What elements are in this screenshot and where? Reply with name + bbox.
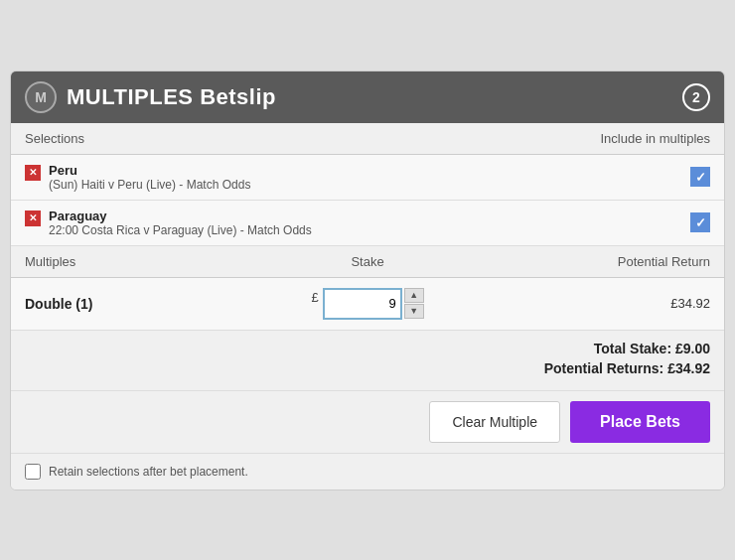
betslip-header: M MULTIPLES Betslip 2: [11, 71, 724, 123]
remove-paraguay-button[interactable]: [25, 210, 41, 226]
betslip-container: M MULTIPLES Betslip 2 Selections Include…: [10, 70, 725, 490]
multiples-col3: Potential Return: [482, 254, 710, 269]
multiples-col1: Multiples: [25, 254, 253, 269]
totals-area: Total Stake: £9.00 Potential Returns: £3…: [11, 331, 724, 391]
stake-input[interactable]: [323, 288, 402, 320]
stake-prefix: £: [311, 288, 320, 305]
potential-return-double: £34.92: [482, 296, 710, 311]
stake-area: £ ▲ ▼: [253, 288, 482, 320]
include-paraguay-checkbox[interactable]: [690, 212, 710, 232]
total-stake-label: Total Stake:: [594, 341, 671, 356]
potential-returns-label: Potential Returns:: [544, 360, 664, 376]
selection-match-peru: (Sun) Haiti v Peru (Live) - Match Odds: [49, 178, 250, 192]
stake-up-button[interactable]: ▲: [404, 288, 424, 303]
multiples-col2: Stake: [253, 254, 482, 269]
retain-checkbox[interactable]: [25, 464, 41, 480]
selection-team-paraguay: Paraguay: [49, 209, 312, 223]
clear-multiple-button[interactable]: Clear Multiple: [429, 401, 560, 443]
selection-team-peru: Peru: [49, 163, 250, 178]
header-badge: 2: [682, 83, 710, 111]
place-bets-button[interactable]: Place Bets: [570, 401, 710, 443]
selections-col-right: Include in multiples: [600, 131, 710, 146]
buttons-area: Clear Multiple Place Bets: [11, 391, 724, 454]
header-title: MULTIPLES Betslip: [67, 84, 276, 110]
include-peru-checkbox[interactable]: [690, 167, 710, 187]
m-icon: M: [25, 81, 57, 113]
stake-spinners: ▲ ▼: [404, 288, 424, 319]
selections-header: Selections Include in multiples: [11, 123, 724, 155]
total-stake-value: £9.00: [675, 341, 710, 356]
selection-left-peru: Peru (Sun) Haiti v Peru (Live) - Match O…: [25, 163, 250, 192]
potential-returns-row: Potential Returns: £34.92: [25, 360, 710, 376]
selection-row-peru: Peru (Sun) Haiti v Peru (Live) - Match O…: [11, 155, 724, 201]
selections-col-left: Selections: [25, 131, 84, 146]
retain-label: Retain selections after bet placement.: [49, 465, 248, 479]
remove-peru-button[interactable]: [25, 165, 41, 181]
footer-area: Retain selections after bet placement.: [11, 454, 724, 490]
multiples-header: Multiples Stake Potential Return: [11, 246, 724, 278]
selection-info-peru: Peru (Sun) Haiti v Peru (Live) - Match O…: [49, 163, 250, 192]
selection-row-paraguay: Paraguay 22:00 Costa Rica v Paraguay (Li…: [11, 201, 724, 246]
stake-down-button[interactable]: ▼: [404, 304, 424, 319]
total-stake-row: Total Stake: £9.00: [25, 341, 710, 356]
multiples-row-double: Double (1) £ ▲ ▼ £34.92: [11, 278, 724, 331]
double-label: Double (1): [25, 296, 253, 312]
potential-returns-value: £34.92: [667, 360, 710, 376]
header-left: M MULTIPLES Betslip: [25, 81, 276, 113]
selection-info-paraguay: Paraguay 22:00 Costa Rica v Paraguay (Li…: [49, 209, 312, 237]
selection-left-paraguay: Paraguay 22:00 Costa Rica v Paraguay (Li…: [25, 209, 312, 237]
selection-match-paraguay: 22:00 Costa Rica v Paraguay (Live) - Mat…: [49, 223, 312, 237]
